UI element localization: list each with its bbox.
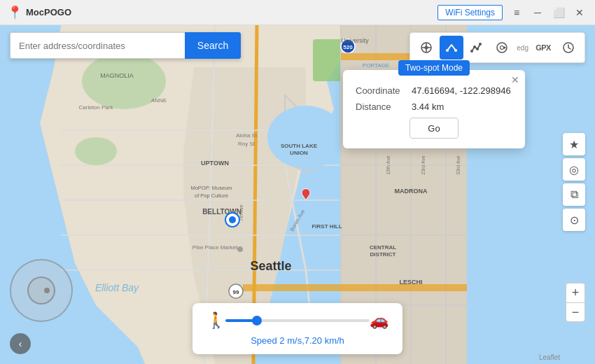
joystick-mode-button[interactable] xyxy=(490,36,514,59)
go-button[interactable]: Go xyxy=(410,118,458,139)
svg-point-66 xyxy=(479,43,482,46)
svg-text:23rd Ave: 23rd Ave xyxy=(421,155,426,175)
zoom-out-button[interactable]: − xyxy=(566,302,585,322)
svg-text:Aloha St: Aloha St xyxy=(236,132,258,139)
svg-point-64 xyxy=(473,46,476,48)
svg-text:MAGNOLIA: MAGNOLIA xyxy=(100,72,134,79)
svg-text:Elliott Bay: Elliott Bay xyxy=(95,282,139,293)
address-input[interactable] xyxy=(10,32,185,59)
favorites-button[interactable]: ★ xyxy=(563,133,585,155)
leaflet-credit: Leaflet xyxy=(539,354,560,361)
wifi-settings-button[interactable]: WiFi Settings xyxy=(438,5,503,20)
svg-point-65 xyxy=(476,48,479,50)
svg-text:MADRONA: MADRONA xyxy=(395,188,428,195)
zoom-in-button[interactable]: + xyxy=(566,283,585,302)
speed-value: 2 m/s,7.20 km/h xyxy=(279,335,344,346)
svg-point-61 xyxy=(446,49,449,52)
svg-point-56 xyxy=(237,246,243,252)
gpx-button[interactable]: GPX xyxy=(531,36,555,59)
svg-point-69 xyxy=(504,47,506,49)
svg-point-68 xyxy=(500,46,504,50)
multispot-mode-button[interactable] xyxy=(465,36,489,59)
minimize-button[interactable]: ─ xyxy=(529,4,546,21)
svg-text:99: 99 xyxy=(233,289,239,295)
right-tools: ★ ◎ ⧉ ⊙ xyxy=(563,133,585,231)
svg-text:Carleton Park: Carleton Park xyxy=(79,104,114,111)
titlebar: 📍 MocPOGO WiFi Settings ≡ ─ ⬜ ✕ xyxy=(0,0,595,25)
svg-text:SOUTH LAKE: SOUTH LAKE xyxy=(281,143,318,149)
teleport-mode-button[interactable] xyxy=(414,36,438,59)
app-logo-icon: 📍 xyxy=(7,5,22,20)
svg-text:33rd Ave: 33rd Ave xyxy=(456,155,461,175)
center-location-button[interactable]: ⊙ xyxy=(563,209,585,231)
maximize-button[interactable]: ⬜ xyxy=(550,4,567,21)
svg-point-7 xyxy=(75,137,117,165)
distance-value: 3.44 km xyxy=(412,102,444,112)
joystick[interactable] xyxy=(10,259,73,322)
app-title: MocPOGO xyxy=(26,7,438,18)
history-button[interactable] xyxy=(556,36,580,59)
back-button[interactable]: ‹ xyxy=(10,333,31,354)
screenshot-button[interactable]: ⧉ xyxy=(563,183,585,206)
close-button[interactable]: ✕ xyxy=(571,4,588,21)
svg-text:University: University xyxy=(341,37,369,44)
svg-text:PORTAGE: PORTAGE xyxy=(363,62,389,69)
svg-text:ANNE: ANNE xyxy=(151,97,167,104)
twospot-popup: Two-spot Mode ✕ Coordinate 47.616694, -1… xyxy=(343,70,525,148)
car-icon: 🚗 xyxy=(370,312,388,330)
svg-text:LESCHI: LESCHI xyxy=(399,279,422,286)
search-button[interactable]: Search xyxy=(185,32,241,59)
svg-point-55 xyxy=(229,216,236,223)
svg-text:Roy St: Roy St xyxy=(238,141,255,147)
coordinate-label: Coordinate xyxy=(356,85,412,96)
svg-text:DISTRICT: DISTRICT xyxy=(370,251,396,258)
compass-button[interactable]: ◎ xyxy=(563,158,585,181)
popup-close-button[interactable]: ✕ xyxy=(511,74,519,85)
speed-control: 🚶 🚗 Speed 2 m/s,7.20 km/h xyxy=(192,303,402,354)
svg-text:Pike Place Market: Pike Place Market xyxy=(192,244,238,251)
edge-label: edg xyxy=(517,44,528,52)
searchbar: Search xyxy=(10,32,241,59)
svg-text:Seattle: Seattle xyxy=(250,259,291,273)
joystick-inner xyxy=(27,276,55,304)
svg-text:of Pop Culture: of Pop Culture xyxy=(195,192,228,199)
distance-label: Distance xyxy=(356,102,412,112)
twospot-mode-button[interactable] xyxy=(440,36,463,59)
svg-text:CENTRAL: CENTRAL xyxy=(370,244,396,251)
speed-slider[interactable] xyxy=(225,319,370,322)
svg-text:UPTOWN: UPTOWN xyxy=(201,160,229,167)
svg-point-62 xyxy=(454,49,457,52)
svg-point-63 xyxy=(470,50,473,52)
menu-icon[interactable]: ≡ xyxy=(508,4,525,21)
svg-text:FIRST HILL: FIRST HILL xyxy=(312,223,342,230)
joystick-dot xyxy=(44,288,50,293)
speed-text: Speed 2 m/s,7.20 km/h xyxy=(251,335,344,346)
walk-icon: 🚶 xyxy=(206,312,225,330)
svg-point-10 xyxy=(267,106,344,169)
svg-text:19th Ave: 19th Ave xyxy=(386,155,391,174)
svg-text:UNION: UNION xyxy=(290,150,308,156)
toolbar: edg GPX xyxy=(410,32,585,63)
svg-text:MoPOP: Museum: MoPOP: Museum xyxy=(190,185,232,191)
svg-text:520: 520 xyxy=(343,44,353,50)
popup-header: Two-spot Mode xyxy=(398,60,470,76)
zoom-controls: + − xyxy=(566,283,585,322)
coordinate-value: 47.616694, -122.298946 xyxy=(412,85,511,96)
